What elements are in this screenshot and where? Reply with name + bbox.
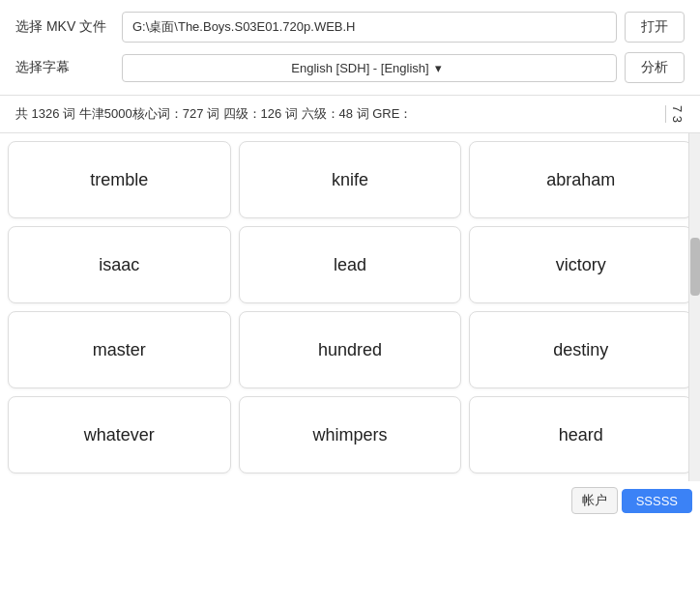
subtitle-value: English [SDH] - [English] xyxy=(291,61,428,75)
word-card-12[interactable]: heard xyxy=(469,396,692,473)
analyze-button[interactable]: 分析 xyxy=(625,52,685,83)
subtitle-row: 选择字幕 English [SDH] - [English] ▾ 分析 xyxy=(15,52,685,83)
chevron-down-icon: ▾ xyxy=(435,61,442,75)
subtitle-label: 选择字幕 xyxy=(15,59,122,76)
word-card-9[interactable]: destiny xyxy=(469,311,692,388)
blue-button[interactable]: SSSSS xyxy=(622,489,692,513)
word-card-1[interactable]: tremble xyxy=(8,141,231,218)
scrollbar-thumb[interactable] xyxy=(690,238,700,296)
words-grid: trembleknifeabrahamisaacleadvictorymaste… xyxy=(0,133,700,481)
word-card-2[interactable]: knife xyxy=(239,141,462,218)
stats-text: 共 1326 词 牛津5000核心词：727 词 四级：126 词 六级：48 … xyxy=(15,105,665,123)
file-label: 选择 MKV 文件 xyxy=(15,18,122,36)
words-area: trembleknifeabrahamisaacleadvictorymaste… xyxy=(0,133,700,481)
scrollbar[interactable] xyxy=(688,133,700,481)
account-button[interactable]: 帐户 xyxy=(571,487,618,514)
subtitle-dropdown[interactable]: English [SDH] - [English] ▾ xyxy=(122,54,617,82)
word-card-6[interactable]: victory xyxy=(469,226,692,303)
bottom-bar: 帐户 SSSSS xyxy=(0,483,700,518)
word-card-5[interactable]: lead xyxy=(239,226,462,303)
word-card-8[interactable]: hundred xyxy=(239,311,462,388)
open-button[interactable]: 打开 xyxy=(625,12,685,43)
top-section: 选择 MKV 文件 G:\桌面\The.Boys.S03E01.720p.WEB… xyxy=(0,0,700,96)
word-card-10[interactable]: whatever xyxy=(8,396,231,473)
word-card-11[interactable]: whimpers xyxy=(239,396,462,473)
word-card-3[interactable]: abraham xyxy=(469,141,692,218)
stats-bar: 共 1326 词 牛津5000核心词：727 词 四级：126 词 六级：48 … xyxy=(0,96,700,133)
word-card-7[interactable]: master xyxy=(8,311,231,388)
stats-overflow: 7 3 xyxy=(665,105,685,123)
file-row: 选择 MKV 文件 G:\桌面\The.Boys.S03E01.720p.WEB… xyxy=(15,12,685,43)
word-card-4[interactable]: isaac xyxy=(8,226,231,303)
file-path-display: G:\桌面\The.Boys.S03E01.720p.WEB.H xyxy=(122,12,617,43)
